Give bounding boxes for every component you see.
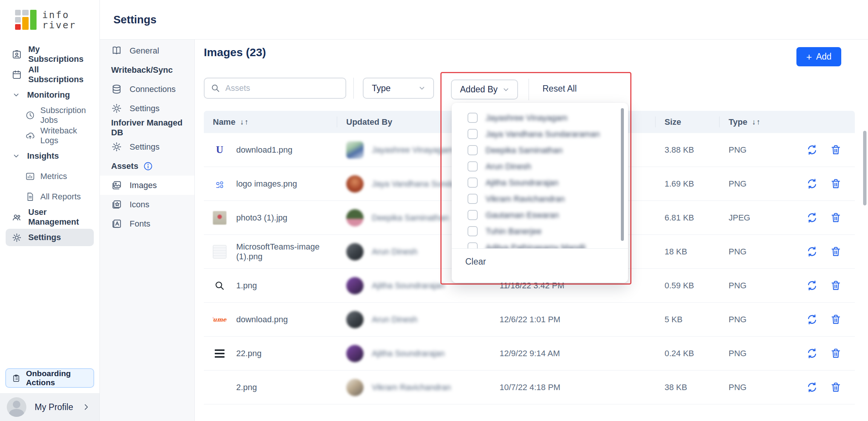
- sidebar-item-metrics[interactable]: Metrics: [6, 168, 94, 185]
- onboarding-actions-button[interactable]: Onboarding Actions: [5, 368, 94, 388]
- added-by-option[interactable]: Gautaman Eswaran: [452, 207, 628, 223]
- delete-button[interactable]: [830, 348, 842, 359]
- sidebar-item-user-management[interactable]: User Management: [6, 208, 94, 226]
- sidebar-item-writeback-logs[interactable]: Writeback Logs: [6, 127, 94, 144]
- file-type: JPEG: [720, 213, 806, 223]
- added-by-filter-select[interactable]: Added By: [451, 80, 518, 100]
- chevron-down-icon: [12, 90, 21, 100]
- file-name: download1.png: [236, 145, 292, 155]
- sidebar-item-label: My Subscriptions: [28, 44, 88, 64]
- delete-button[interactable]: [830, 381, 842, 393]
- subnav-item-fonts[interactable]: Fonts: [100, 214, 194, 233]
- settings-subnav: General Writeback/Sync Connections Setti…: [100, 40, 195, 421]
- sidebar-item-settings[interactable]: Settings: [6, 229, 94, 246]
- subnav-item-connections[interactable]: Connections: [100, 80, 194, 99]
- search-input[interactable]: [225, 83, 335, 93]
- inforiver-logo: info river: [0, 0, 99, 40]
- clear-button[interactable]: Clear: [465, 257, 486, 266]
- column-header-actions: [806, 111, 855, 133]
- checkbox[interactable]: [468, 226, 478, 236]
- profile-avatar: [7, 397, 26, 417]
- updated-at: 12/9/22 9:14 AM: [491, 349, 656, 358]
- refresh-button[interactable]: [806, 178, 818, 190]
- my-profile-label: My Profile: [35, 402, 73, 412]
- my-profile-row[interactable]: My Profile: [0, 393, 99, 421]
- added-by-option[interactable]: Arun Dinesh: [452, 158, 628, 175]
- file-type: PNG: [720, 349, 806, 358]
- subnav-item-icons[interactable]: Icons: [100, 195, 194, 214]
- refresh-button[interactable]: [806, 280, 818, 291]
- delete-button[interactable]: [830, 246, 842, 257]
- delete-button[interactable]: [830, 178, 842, 190]
- dropdown-scrollbar[interactable]: [621, 108, 624, 241]
- column-header-type[interactable]: Type ↓↑: [720, 111, 806, 133]
- subnav-item-general[interactable]: General: [100, 41, 194, 60]
- added-by-option[interactable]: Vikram Ravichandran: [452, 191, 628, 207]
- added-by-option[interactable]: Deepika Saminathan: [452, 142, 628, 158]
- delete-button[interactable]: [830, 144, 842, 156]
- checkbox[interactable]: [468, 129, 478, 139]
- thumbnail-magnifier: [213, 279, 226, 292]
- refresh-button[interactable]: [806, 348, 818, 359]
- delete-button[interactable]: [830, 212, 842, 224]
- filter-divider: [529, 79, 529, 100]
- updated-by-name: Jayashree Vinayagam: [372, 145, 454, 155]
- added-by-highlight-region: Added By Reset All Jayashree Vinayagam J…: [440, 72, 631, 285]
- table-row: 2.png Vikram Ravichandran 10/7/22 4:18 P…: [204, 370, 855, 404]
- sidebar-group-monitoring[interactable]: Monitoring: [6, 86, 94, 104]
- added-by-option[interactable]: Jayashree Vinayagam: [452, 110, 628, 126]
- table-row: lumeldownload.png Arun Dinesh 12/6/22 1:…: [204, 303, 855, 337]
- refresh-button[interactable]: [806, 381, 818, 393]
- file-size: 5 KB: [656, 315, 720, 325]
- sidebar-item-my-subscriptions[interactable]: My Subscriptions: [6, 46, 94, 63]
- inforiver-settings-app: info river My Subscriptions All Subscrip…: [0, 0, 868, 421]
- checkbox[interactable]: [468, 145, 478, 155]
- file-size: 38 KB: [656, 383, 720, 392]
- refresh-button[interactable]: [806, 144, 818, 156]
- checkbox[interactable]: [468, 113, 478, 123]
- added-by-option[interactable]: Jaya Vandhana Sundararaman: [452, 126, 628, 142]
- sidebar-item-label: All Subscriptions: [28, 65, 88, 84]
- info-icon[interactable]: [143, 161, 153, 171]
- checkbox[interactable]: [468, 194, 478, 204]
- subnav-section-label: Assets: [111, 161, 138, 171]
- reset-all-button[interactable]: Reset All: [542, 84, 577, 94]
- added-by-option[interactable]: Ajitha Soundrarajan: [452, 175, 628, 191]
- sidebar-item-all-reports[interactable]: All Reports: [6, 188, 94, 205]
- added-by-option[interactable]: Aditya Pathinasamy Mandli: [452, 239, 628, 248]
- column-header-name[interactable]: Name ↓↑: [204, 111, 337, 133]
- delete-button[interactable]: [830, 280, 842, 291]
- add-button[interactable]: + Add: [796, 47, 841, 66]
- inforiver-logo-icon: [15, 10, 37, 30]
- sort-icon: ↓↑: [240, 118, 249, 126]
- added-by-option[interactable]: Tuhin Banerjee: [452, 223, 628, 239]
- calendar-icon: [12, 70, 22, 80]
- file-size: 0.59 KB: [656, 281, 720, 291]
- column-header-size[interactable]: Size: [656, 111, 720, 133]
- avatar: [346, 345, 364, 362]
- delete-button[interactable]: [830, 314, 842, 325]
- refresh-button[interactable]: [806, 246, 818, 257]
- sidebar-item-subscription-jobs[interactable]: Subscription Jobs: [6, 107, 94, 124]
- top-bar: Settings: [100, 0, 868, 40]
- search-icon: [211, 83, 220, 93]
- sidebar-group-insights[interactable]: Insights: [6, 147, 94, 165]
- subnav-item-db-settings[interactable]: Settings: [100, 137, 194, 156]
- updated-by-name: Vikram Ravichandran: [372, 383, 451, 392]
- subnav-item-images[interactable]: Images: [100, 176, 194, 195]
- added-by-option-label: Ajitha Soundrarajan: [486, 178, 558, 188]
- file-name: photo3 (1).jpg: [236, 213, 287, 223]
- page-scrollbar[interactable]: [863, 131, 866, 205]
- refresh-button[interactable]: [806, 314, 818, 325]
- type-filter-select[interactable]: Type: [363, 78, 434, 99]
- updated-at: 12/6/22 1:01 PM: [491, 315, 656, 325]
- checkbox[interactable]: [468, 242, 478, 248]
- sidebar-item-all-subscriptions[interactable]: All Subscriptions: [6, 66, 94, 83]
- refresh-button[interactable]: [806, 212, 818, 224]
- checkbox[interactable]: [468, 210, 478, 220]
- subnav-item-writeback-settings[interactable]: Settings: [100, 99, 194, 118]
- file-size: 1.69 KB: [656, 179, 720, 189]
- file-name: MicrosoftTeams-image (1).png: [236, 242, 337, 262]
- checkbox[interactable]: [468, 178, 478, 188]
- checkbox[interactable]: [468, 161, 478, 171]
